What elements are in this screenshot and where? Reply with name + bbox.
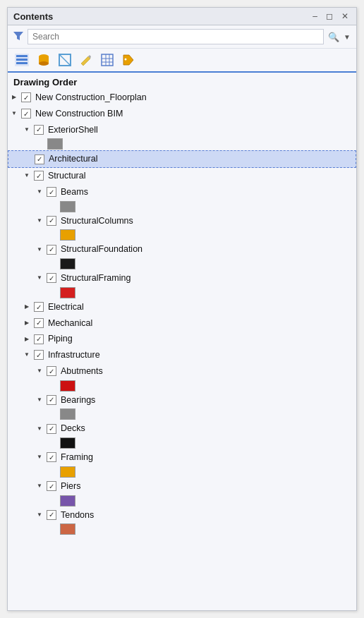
grid-icon-button[interactable] [99, 52, 115, 68]
tree-item-structural[interactable]: ▼Structural [8, 168, 356, 184]
svg-rect-2 [16, 55, 28, 57]
tree-item-infrastructure[interactable]: ▼Infrastructure [8, 347, 356, 363]
contents-panel: Contents – ◻ ✕ 🔍 ▼ [7, 7, 357, 611]
tree-container[interactable]: ▶New Construction_Floorplan▼New Construc… [8, 90, 356, 610]
checkbox[interactable] [34, 318, 44, 328]
list-view-button[interactable] [13, 52, 30, 68]
tree-item-new-construction-bim[interactable]: ▼New Construction BIM [8, 106, 356, 122]
checkbox[interactable] [47, 452, 56, 462]
item-label: StructuralFraming [61, 272, 131, 285]
tag-icon-button[interactable] [121, 52, 136, 68]
close-button[interactable]: ✕ [339, 11, 351, 22]
swatch-row [8, 258, 356, 270]
expand-icon[interactable]: ▼ [35, 395, 44, 405]
color-swatch[interactable] [60, 229, 75, 241]
tree-item-piping[interactable]: ▶Piping [8, 331, 356, 347]
expand-icon[interactable]: ▼ [9, 109, 19, 119]
svg-rect-4 [16, 62, 28, 64]
expand-icon[interactable]: ▼ [35, 481, 44, 491]
color-swatch[interactable] [60, 437, 75, 449]
checkbox[interactable] [47, 366, 56, 376]
checkbox[interactable] [35, 154, 44, 164]
search-icon: 🔍 [328, 32, 339, 42]
checkbox[interactable] [34, 350, 44, 360]
tree-item-tendons[interactable]: ▼Tendons [8, 507, 356, 523]
pencil-icon-button[interactable] [78, 52, 94, 68]
expand-icon[interactable]: ▼ [35, 245, 44, 255]
expand-icon[interactable]: ▶ [22, 334, 32, 344]
swatch-row [8, 437, 356, 449]
expand-icon[interactable]: ▼ [35, 424, 44, 434]
svg-rect-3 [16, 59, 28, 61]
tree-item-decks[interactable]: ▼Decks [8, 420, 356, 437]
checkbox[interactable] [47, 395, 56, 405]
expand-icon[interactable]: ▶ [9, 92, 19, 102]
tree-item-mechanical[interactable]: ▶Mechanical [8, 315, 356, 332]
tree-item-abutments[interactable]: ▼Abutments [8, 363, 356, 380]
svg-marker-0 [13, 32, 23, 40]
expand-icon[interactable]: ▼ [35, 510, 44, 520]
color-swatch[interactable] [60, 523, 75, 535]
checkbox[interactable] [47, 245, 56, 255]
expand-icon[interactable]: ▼ [22, 171, 32, 181]
expand-icon[interactable]: ▶ [22, 302, 32, 312]
color-swatch[interactable] [60, 466, 75, 478]
checkbox[interactable] [47, 187, 56, 197]
panel-header: Contents – ◻ ✕ [8, 8, 356, 25]
svg-point-7 [39, 61, 49, 66]
section-label: Drawing Order [8, 73, 356, 90]
checkbox[interactable] [47, 510, 56, 520]
checkbox[interactable] [21, 92, 31, 102]
color-swatch[interactable] [60, 201, 75, 212]
checkbox[interactable] [47, 481, 56, 491]
tree-item-electrical[interactable]: ▶Electrical [8, 299, 356, 315]
expand-icon[interactable]: ▶ [22, 318, 32, 328]
checkbox[interactable] [34, 125, 44, 135]
checkbox[interactable] [34, 302, 44, 312]
tree-item-structural-framing[interactable]: ▼StructuralFraming [8, 270, 356, 286]
swatch-row [8, 229, 356, 241]
tree-item-structural-columns[interactable]: ▼StructuralColumns [8, 213, 356, 229]
restore-button[interactable]: ◻ [324, 11, 335, 22]
color-swatch[interactable] [60, 380, 75, 392]
search-input[interactable] [28, 29, 324, 44]
checkbox[interactable] [21, 109, 31, 119]
polygon-icon-button[interactable] [57, 52, 73, 68]
color-swatch[interactable] [60, 495, 75, 507]
checkbox[interactable] [47, 216, 56, 226]
expand-icon[interactable]: ▼ [35, 366, 44, 376]
item-label: Architectural [49, 152, 97, 166]
search-dropdown-icon[interactable]: ▼ [344, 33, 351, 41]
checkbox[interactable] [34, 334, 44, 344]
panel-title: Contents [13, 11, 53, 22]
color-swatch[interactable] [60, 287, 75, 298]
tree-item-structural-foundation[interactable]: ▼StructuralFoundation [8, 241, 356, 258]
item-label: Piers [61, 480, 80, 493]
checkbox[interactable] [34, 171, 44, 181]
expand-icon[interactable]: ▼ [35, 216, 44, 226]
expand-icon[interactable]: ▼ [35, 187, 44, 197]
tree-item-bearings[interactable]: ▼Bearings [8, 392, 356, 408]
color-swatch[interactable] [60, 408, 75, 420]
minimize-button[interactable]: – [310, 11, 320, 22]
expand-icon[interactable]: ▼ [35, 273, 44, 283]
swatch-row [8, 380, 356, 392]
tree-item-new-construction-floorplan[interactable]: ▶New Construction_Floorplan [8, 90, 356, 106]
checkbox[interactable] [47, 273, 56, 283]
tree-item-beams[interactable]: ▼Beams [8, 184, 356, 200]
tree-item-architectural[interactable]: Architectural [8, 150, 356, 168]
checkbox[interactable] [47, 424, 56, 434]
color-swatch[interactable] [47, 138, 63, 150]
expand-icon[interactable]: ▼ [35, 452, 44, 462]
color-swatch[interactable] [60, 258, 75, 269]
expand-icon[interactable]: ▼ [22, 350, 32, 360]
item-label: Tendons [61, 509, 94, 522]
item-label: ExteriorShell [48, 123, 98, 137]
cylinder-icon-button[interactable] [36, 52, 51, 68]
expand-icon [23, 154, 32, 164]
tree-item-piers[interactable]: ▼Piers [8, 478, 356, 495]
svg-point-15 [125, 59, 127, 61]
expand-icon[interactable]: ▼ [22, 125, 32, 135]
tree-item-framing[interactable]: ▼Framing [8, 449, 356, 466]
tree-item-exterior-shell[interactable]: ▼ExteriorShell [8, 122, 356, 138]
